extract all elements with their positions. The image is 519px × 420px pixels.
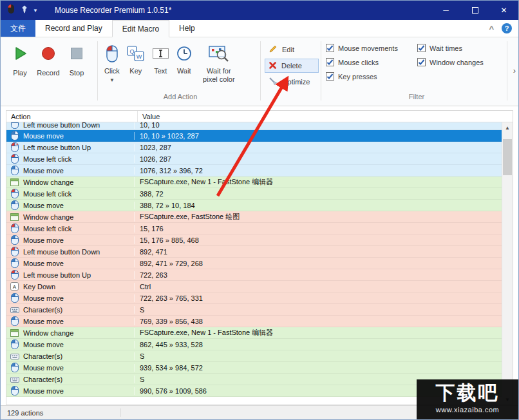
table-row[interactable]: Mouse move 769, 339 » 856, 438 — [6, 316, 502, 327]
mouse-move-icon — [10, 131, 19, 140]
column-header-action[interactable]: Action — [6, 111, 138, 122]
checkbox-mouse-movements[interactable]: Mouse movements — [326, 44, 398, 52]
wait-pixel-color-button[interactable]: Wait for pixel color — [196, 41, 242, 86]
watermark: 下载吧 www.xiazaiba.com — [417, 379, 518, 419]
table-row[interactable]: Window change FSCapture.exe, FastStone 绘… — [6, 211, 502, 223]
row-value: 10, 10 — [134, 122, 502, 129]
stop-icon — [68, 45, 85, 63]
tab-file[interactable]: 文件 — [1, 20, 35, 37]
table-row[interactable]: Mouse left click 15, 176 — [6, 223, 502, 234]
table-row[interactable]: Mouse move 862, 445 » 933, 528 — [6, 339, 502, 350]
scroll-up-icon[interactable]: ▲ — [502, 122, 513, 133]
close-button[interactable]: ✕ — [489, 1, 518, 20]
delete-label: Delete — [281, 62, 302, 70]
mouse-move-icon — [10, 166, 19, 175]
edit-button[interactable]: Edit — [265, 43, 319, 57]
mouse-click-icon — [10, 224, 19, 233]
table-row[interactable]: Mouse left click 1026, 287 — [6, 153, 502, 165]
mouse-down-icon — [10, 247, 19, 256]
key-button[interactable]: QW Key — [123, 41, 149, 78]
mouse-move-icon — [10, 258, 19, 268]
pin-icon[interactable] — [21, 5, 28, 16]
click-button[interactable]: Click ▼ — [101, 41, 123, 87]
table-row[interactable]: Window change FSCapture.exe, New 1 - Fas… — [6, 327, 502, 339]
help-icon[interactable]: ? — [502, 23, 512, 33]
minimize-button[interactable]: ─ — [431, 1, 460, 20]
row-value: 1026, 287 — [134, 155, 502, 163]
stop-label: Stop — [70, 69, 84, 77]
table-row[interactable]: Mouse move 388, 72 » 10, 184 — [6, 200, 502, 211]
title-bar: ▼ Mouse Recorder Premium 1.0.51* ─ ✕ — [1, 1, 518, 20]
table-row[interactable]: Mouse move 892, 471 » 729, 268 — [6, 258, 502, 269]
optimize-button[interactable]: Optimize — [265, 75, 319, 89]
window-icon — [10, 213, 19, 221]
row-value: 769, 339 » 856, 438 — [134, 318, 502, 325]
row-action-label: Mouse move — [19, 132, 134, 140]
checkbox-label: Mouse movements — [338, 44, 398, 52]
table-row[interactable]: Left mouse button Down 892, 471 — [6, 246, 502, 258]
tab-edit-macro[interactable]: Edit Macro — [112, 20, 169, 37]
checkbox-window-changes[interactable]: Window changes — [417, 58, 484, 66]
table-row[interactable]: Window change FSCapture.exe, New 1 - Fas… — [6, 177, 502, 188]
table-row[interactable]: Character(s) S — [6, 304, 502, 316]
table-row[interactable]: Left mouse button Up 722, 263 — [6, 269, 502, 281]
row-value: S — [134, 306, 502, 314]
table-row[interactable]: Mouse move 939, 534 » 984, 572 — [6, 362, 502, 374]
record-button[interactable]: Record — [34, 41, 62, 77]
status-separator — [120, 408, 121, 417]
row-value: 892, 471 — [134, 248, 502, 256]
checkbox-checked-icon — [417, 44, 426, 52]
delete-button[interactable]: Delete — [265, 59, 319, 73]
table-row[interactable]: Mouse left click 388, 72 — [6, 188, 502, 200]
ribbon-overflow-icon[interactable]: › — [513, 66, 516, 75]
text-button[interactable]: Text — [149, 41, 173, 78]
column-header-value[interactable]: Value — [138, 111, 513, 122]
quick-access-toolbar: ▼ — [1, 4, 38, 17]
row-action-label: Character(s) — [19, 376, 134, 383]
vertical-scrollbar[interactable]: ▲ ▼ — [502, 122, 513, 405]
table-row[interactable]: Mouse move 10, 10 » 1023, 287 — [6, 130, 502, 142]
table-row[interactable]: A Key Down Ctrl — [6, 281, 502, 292]
row-action-label: Mouse left click — [19, 225, 134, 233]
keydown-icon: A — [10, 282, 19, 291]
maximize-button[interactable] — [460, 1, 489, 20]
table-row[interactable]: Left mouse button Down 10, 10 — [6, 122, 502, 130]
row-action-label: Mouse move — [19, 202, 134, 209]
row-action-label: Mouse move — [19, 167, 134, 175]
filter-group: Mouse movements Mouse clicks Key presses… — [326, 43, 507, 91]
checkbox-mouse-clicks[interactable]: Mouse clicks — [326, 58, 379, 66]
app-icon — [6, 4, 16, 17]
chevron-down-icon: ▼ — [109, 76, 115, 84]
group-separator — [321, 41, 321, 100]
ribbon: Play Record Stop Click ▼ QW — [1, 37, 518, 106]
play-button[interactable]: Play — [6, 41, 34, 77]
checkbox-wait-times[interactable]: Wait times — [417, 44, 462, 52]
row-value: 388, 72 — [134, 190, 502, 198]
checkbox-key-presses[interactable]: Key presses — [326, 72, 377, 81]
table-row[interactable]: Mouse move 722, 263 » 765, 331 — [6, 292, 502, 304]
qat-dropdown-icon[interactable]: ▼ — [33, 8, 38, 14]
collapse-ribbon-icon[interactable]: ^ — [489, 24, 494, 33]
optimize-broom-icon — [269, 77, 278, 87]
table-row[interactable]: Mouse move 1076, 312 » 396, 72 — [6, 165, 502, 177]
row-action-label: Window change — [19, 213, 134, 221]
mouse-click-icon — [106, 43, 118, 64]
table-row[interactable]: Mouse move 15, 176 » 885, 468 — [6, 234, 502, 246]
scrollbar-thumb[interactable] — [503, 139, 512, 175]
row-action-label: Character(s) — [19, 306, 134, 314]
stop-button[interactable]: Stop — [62, 41, 91, 77]
row-value: 15, 176 — [134, 225, 502, 233]
group-separator — [507, 41, 507, 100]
wait-button[interactable]: Wait — [173, 41, 196, 78]
table-row[interactable]: Left mouse button Up 1023, 287 — [6, 142, 502, 153]
tab-help[interactable]: Help — [169, 20, 205, 37]
mouse-up-icon — [10, 270, 19, 280]
svg-text:W: W — [137, 53, 142, 59]
pixel-color-magnifier-icon — [209, 43, 229, 64]
tab-record-and-play[interactable]: Record and Play — [35, 20, 112, 37]
table-row[interactable]: Character(s) S — [6, 350, 502, 362]
mouse-click-icon — [10, 189, 19, 198]
row-action-label: Left mouse button Down — [19, 122, 134, 129]
text-label: Text — [154, 67, 167, 75]
row-action-label: Left mouse button Up — [19, 271, 134, 279]
